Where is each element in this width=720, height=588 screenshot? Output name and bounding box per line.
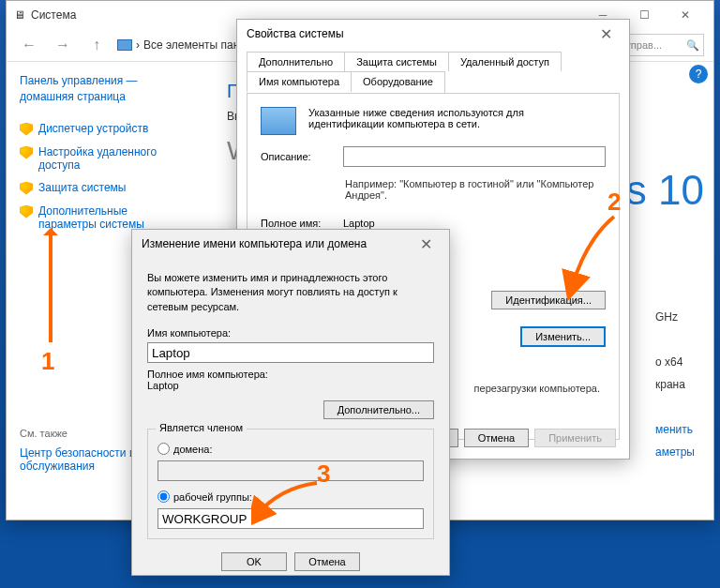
close-icon[interactable]: ✕: [592, 25, 620, 43]
annotation-arrow-2: [567, 212, 614, 287]
tab-computer-name[interactable]: Имя компьютера: [247, 71, 352, 93]
sidebar-item-remote[interactable]: Настройка удаленного доступа: [20, 145, 186, 172]
system-info: GHz о x64 крана менить аметры: [655, 306, 695, 463]
search-icon: 🔍: [686, 39, 699, 52]
membership-legend: Является членом: [156, 422, 247, 433]
tab-protection[interactable]: Защита системы: [344, 52, 449, 71]
cancel-button[interactable]: Отмена: [294, 552, 360, 571]
tab-advanced[interactable]: Дополнительно: [247, 52, 345, 71]
close-icon[interactable]: ✕: [412, 235, 440, 253]
dialog-title: Свойства системы: [247, 27, 344, 40]
monitor-icon: [261, 107, 296, 135]
fullname-value: Laptop: [147, 380, 434, 391]
shield-icon: [20, 123, 33, 136]
change-button[interactable]: Изменить...: [520, 326, 606, 347]
description-label: Описание:: [261, 151, 336, 162]
description-hint: Например: "Компьютер в гостиной" или "Ко…: [345, 178, 606, 201]
close-button[interactable]: ✕: [665, 2, 706, 28]
shield-icon: [20, 146, 33, 159]
params-link[interactable]: аметры: [655, 441, 695, 463]
restart-note: перезагрузки компьютера.: [474, 383, 600, 394]
more-button[interactable]: Дополнительно...: [323, 400, 434, 419]
forward-arrow-icon[interactable]: →: [50, 32, 76, 58]
windows-10-text: s 10: [626, 167, 704, 214]
rename-description: Вы можете изменить имя и принадлежность …: [147, 271, 434, 314]
shield-icon: [20, 182, 33, 195]
change-link[interactable]: менить: [655, 418, 695, 441]
computer-name-label: Имя компьютера:: [147, 327, 434, 339]
workgroup-label: рабочей группы:: [173, 491, 252, 503]
info-text: Указанные ниже сведения используются для…: [308, 107, 590, 129]
dialog-title: Изменение имени компьютера или домена: [142, 237, 367, 250]
fullname-label: Полное имя компьютера:: [147, 369, 434, 380]
dialog-titlebar: Изменение имени компьютера или домена ✕: [132, 230, 449, 258]
tab-remote[interactable]: Удаленный доступ: [448, 52, 562, 71]
fullname-label: Полное имя:: [261, 218, 336, 229]
up-arrow-icon[interactable]: ↑: [83, 32, 110, 58]
computer-icon: 🖥: [14, 8, 25, 22]
annotation-arrow-1: [49, 230, 52, 342]
shield-icon: [20, 205, 33, 219]
apply-button[interactable]: Применить: [534, 429, 616, 447]
sidebar-item-device-manager[interactable]: Диспетчер устройств: [20, 122, 186, 136]
breadcrumb-text: Все элементы пан: [143, 38, 239, 52]
annotation-arrow-3: [251, 478, 308, 506]
tab-hardware[interactable]: Оборудование: [351, 71, 445, 93]
ok-button[interactable]: OK: [221, 552, 287, 571]
computer-name-input[interactable]: [147, 342, 434, 363]
control-panel-home-link[interactable]: Панель управления — домашняя страница: [20, 73, 186, 105]
dialog-titlebar: Свойства системы ✕: [237, 20, 629, 48]
cancel-button[interactable]: Отмена: [464, 429, 529, 447]
sidebar-item-protection[interactable]: Защита системы: [20, 181, 186, 195]
domain-label: домена:: [173, 444, 212, 455]
description-input[interactable]: [343, 146, 606, 167]
fullname-value: Laptop: [343, 218, 375, 229]
back-arrow-icon[interactable]: ←: [16, 32, 42, 58]
workgroup-radio[interactable]: [158, 490, 170, 503]
window-title: Система: [31, 8, 76, 22]
domain-radio[interactable]: [158, 443, 170, 455]
monitor-icon: [117, 39, 132, 51]
